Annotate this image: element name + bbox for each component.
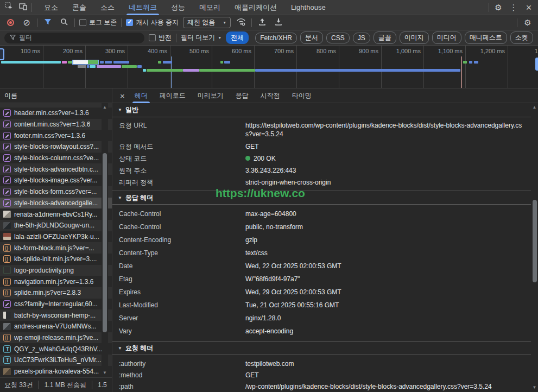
request-row[interactable]: css?family=Inter:regular,60... bbox=[0, 299, 112, 310]
preserve-log-checkbox[interactable]: 로그 보존 bbox=[79, 18, 117, 27]
waterfall-bar[interactable] bbox=[62, 61, 67, 64]
record-network-log-button[interactable] bbox=[4, 17, 16, 29]
import-har-button[interactable] bbox=[256, 17, 268, 29]
close-devtools-button[interactable]: × bbox=[523, 2, 535, 14]
network-overview-timeline[interactable]: 100 ms 200 ms 300 ms 400 ms 500 ms 600 m… bbox=[0, 46, 538, 88]
request-row[interactable]: style-blocks-advancedbtn.c... bbox=[0, 163, 112, 175]
chip-doc[interactable]: 문서 bbox=[300, 31, 323, 44]
request-row[interactable]: style-blocks-rowlayout.css?... bbox=[0, 141, 112, 153]
scroll-up-icon[interactable]: ▲ bbox=[531, 104, 538, 111]
waterfall-bar[interactable] bbox=[199, 69, 255, 72]
waterfall-bar[interactable] bbox=[183, 69, 199, 72]
waterfall-bar[interactable] bbox=[137, 65, 142, 68]
export-har-button[interactable] bbox=[273, 17, 284, 29]
waterfall-bar[interactable] bbox=[143, 69, 146, 72]
request-headers-section-header[interactable]: ▼ 요청 헤더 bbox=[112, 341, 538, 355]
request-row-selected[interactable]: style-blocks-advancedgalle... bbox=[0, 198, 112, 209]
sidebar-scrollbar-thumb[interactable] bbox=[103, 153, 107, 332]
chip-img[interactable]: 이미지 bbox=[400, 31, 429, 44]
more-filters-button[interactable]: 필터 더보기 ▼ bbox=[181, 33, 221, 42]
tab-timing[interactable]: 타이밍 bbox=[287, 88, 317, 103]
waterfall-bar[interactable] bbox=[469, 61, 472, 64]
request-row[interactable]: footer.min.css?ver=1.3.6 bbox=[0, 130, 112, 141]
throttling-select[interactable]: 제한 없음 ▼ bbox=[183, 17, 231, 28]
waterfall-bar[interactable] bbox=[105, 61, 112, 64]
chip-media[interactable]: 미디어 bbox=[432, 31, 461, 44]
inspect-element-button[interactable] bbox=[3, 2, 15, 14]
more-options-button[interactable]: ⋮ bbox=[508, 2, 520, 14]
chip-fetch-xhr[interactable]: Fetch/XHR bbox=[255, 33, 297, 43]
general-section-header[interactable]: ▼ 일반 bbox=[112, 103, 538, 117]
device-toolbar-button[interactable] bbox=[17, 2, 29, 14]
detail-scrollbar[interactable]: ▲ ▼ bbox=[531, 103, 538, 392]
tab-payload[interactable]: 페이로드 bbox=[154, 88, 191, 103]
waterfall-bar[interactable] bbox=[1, 61, 61, 64]
request-row-partial[interactable] bbox=[0, 103, 112, 108]
waterfall-bar[interactable] bbox=[90, 65, 96, 68]
request-list-header[interactable]: 이름 bbox=[0, 88, 112, 103]
tab-elements[interactable]: 요소 bbox=[37, 0, 65, 15]
request-row[interactable]: splide.min.js?ver=2.8.3 bbox=[0, 287, 112, 299]
waterfall-bar[interactable] bbox=[158, 61, 161, 64]
sidebar-scrollbar[interactable]: ▲ ▼ bbox=[102, 103, 108, 377]
waterfall-bar[interactable] bbox=[255, 69, 460, 72]
tab-performance[interactable]: 성능 bbox=[164, 0, 192, 15]
tab-headers[interactable]: 헤더 bbox=[129, 88, 153, 103]
waterfall-bar[interactable] bbox=[97, 65, 121, 68]
waterfall-bar[interactable] bbox=[78, 65, 86, 68]
waterfall-bar[interactable] bbox=[474, 61, 478, 64]
scroll-down-icon[interactable]: ▼ bbox=[102, 370, 108, 376]
chip-font[interactable]: 글꼴 bbox=[374, 31, 396, 44]
request-row[interactable]: UcC73FwrK3iLTeHuS_nVMr... bbox=[0, 355, 112, 366]
disable-cache-checkbox[interactable]: 캐시 사용 중지 bbox=[126, 18, 179, 27]
request-row[interactable]: style-blocks-image.css?ver... bbox=[0, 175, 112, 186]
request-row[interactable]: wp-emoji-release.min.js?ve... bbox=[0, 332, 112, 344]
waterfall-bar[interactable] bbox=[87, 65, 89, 68]
chip-css[interactable]: CSS bbox=[326, 33, 350, 43]
request-row[interactable]: pexels-polina-kovaleva-554... bbox=[0, 366, 112, 377]
chip-manifest[interactable]: 매니페스트 bbox=[465, 31, 507, 44]
response-headers-section-header[interactable]: ▼ 응답 헤더 bbox=[112, 191, 538, 205]
waterfall-bar[interactable] bbox=[100, 61, 104, 64]
waterfall-bar[interactable] bbox=[224, 61, 230, 64]
scroll-down-icon[interactable]: ▼ bbox=[531, 384, 538, 391]
chip-socket[interactable]: 소켓 bbox=[510, 31, 533, 44]
tab-initiator[interactable]: 시작점 bbox=[255, 88, 286, 103]
waterfall-bar[interactable] bbox=[113, 61, 129, 64]
tab-application[interactable]: 애플리케이션 bbox=[228, 0, 283, 15]
request-row[interactable]: content.min.css?ver=1.3.6 bbox=[0, 119, 112, 130]
request-row[interactable]: navigation.min.js?ver=1.3.6 bbox=[0, 276, 112, 287]
search-button[interactable] bbox=[58, 17, 70, 29]
tab-console[interactable]: 콘솔 bbox=[66, 0, 93, 15]
request-row[interactable]: style-blocks-form.css?ver=... bbox=[0, 186, 112, 198]
filter-toggle-button[interactable] bbox=[42, 17, 54, 29]
chip-js[interactable]: JS bbox=[353, 33, 370, 43]
request-row[interactable]: logo-productivity.png bbox=[0, 265, 112, 276]
request-row[interactable]: kb-splide-init.min.js?ver=3.... bbox=[0, 254, 112, 265]
filter-input[interactable]: 필터 bbox=[4, 33, 144, 43]
tab-lighthouse[interactable]: Lighthouse bbox=[284, 0, 332, 15]
request-row[interactable]: the-5th-jkDLNDGougw-un... bbox=[0, 220, 112, 231]
overview-brush-left-handle[interactable] bbox=[0, 48, 4, 60]
chip-all[interactable]: 전체 bbox=[226, 31, 249, 44]
request-row[interactable]: renata-a1drienn-ebvCs1Ry... bbox=[0, 208, 112, 220]
request-row[interactable]: andres-urena-V7UoMNWs... bbox=[0, 321, 112, 332]
request-row[interactable]: kb-form-block.min.js?ver=... bbox=[0, 242, 112, 254]
waterfall-bar[interactable] bbox=[147, 69, 183, 72]
tab-preview[interactable]: 미리보기 bbox=[192, 88, 229, 103]
request-row[interactable]: header.min.css?ver=1.3.6 bbox=[0, 108, 112, 119]
request-row[interactable]: lala-azizli-OFZUaeYKP3k-u... bbox=[0, 231, 112, 243]
settings-button[interactable]: ⚙ bbox=[492, 2, 504, 14]
tab-network[interactable]: 네트워크 bbox=[122, 0, 163, 15]
invert-filter-checkbox[interactable]: 반전 bbox=[149, 33, 172, 42]
selected-request-bar[interactable] bbox=[72, 60, 99, 65]
request-row[interactable]: QGY_z_wNahGAdqQ43RhV... bbox=[0, 343, 112, 355]
overview-brush-right-handle[interactable] bbox=[535, 58, 538, 71]
waterfall-bar[interactable] bbox=[122, 65, 137, 68]
waterfall-bar[interactable] bbox=[163, 61, 172, 64]
waterfall-bar[interactable] bbox=[463, 61, 467, 64]
clear-network-log-button[interactable]: ⊘ bbox=[21, 17, 33, 29]
network-conditions-button[interactable] bbox=[235, 17, 247, 29]
tab-memory[interactable]: 메모리 bbox=[193, 0, 227, 15]
waterfall-bar[interactable] bbox=[220, 61, 223, 64]
